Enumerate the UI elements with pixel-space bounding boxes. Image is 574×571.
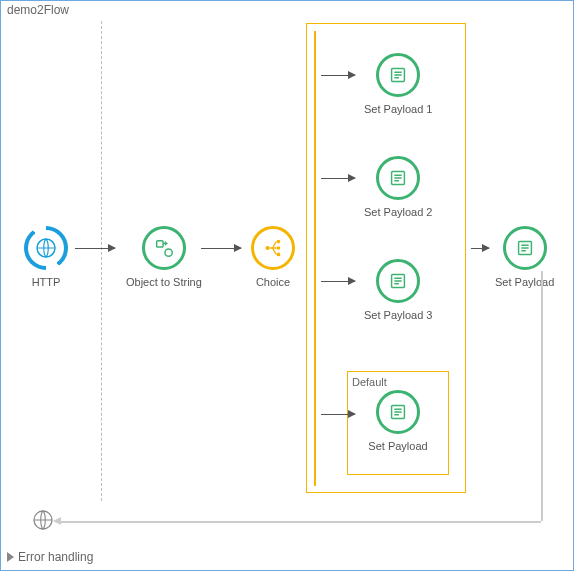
node-label: Set Payload bbox=[368, 440, 427, 452]
arrow bbox=[471, 248, 489, 249]
globe-icon bbox=[34, 236, 58, 260]
payload-icon-ring bbox=[376, 156, 420, 200]
arrow bbox=[321, 414, 355, 415]
payload-icon bbox=[387, 64, 409, 86]
return-connector bbox=[59, 521, 541, 523]
return-endpoint-icon bbox=[31, 508, 55, 534]
error-handling-label: Error handling bbox=[18, 550, 93, 564]
node-label: Object to String bbox=[126, 276, 202, 288]
arrow bbox=[321, 178, 355, 179]
svg-rect-1 bbox=[157, 241, 163, 247]
node-set-payload-3[interactable]: Set Payload 3 bbox=[364, 259, 433, 321]
arrow bbox=[321, 281, 355, 282]
arrow bbox=[75, 248, 115, 249]
payload-icon-ring bbox=[503, 226, 547, 270]
svg-point-2 bbox=[165, 249, 172, 256]
globe-icon bbox=[31, 508, 55, 532]
svg-point-6 bbox=[277, 253, 281, 257]
node-label: Set Payload 3 bbox=[364, 309, 433, 321]
node-label: Choice bbox=[256, 276, 290, 288]
node-choice[interactable]: Choice bbox=[251, 226, 295, 288]
node-http[interactable]: HTTP bbox=[24, 226, 68, 288]
node-label: HTTP bbox=[32, 276, 61, 288]
payload-icon bbox=[387, 167, 409, 189]
node-set-payload-1[interactable]: Set Payload 1 bbox=[364, 53, 433, 115]
transform-icon bbox=[153, 237, 175, 259]
node-label: Set Payload 1 bbox=[364, 103, 433, 115]
http-icon-ring bbox=[24, 226, 68, 270]
transform-icon-ring bbox=[142, 226, 186, 270]
payload-icon-ring[interactable] bbox=[376, 390, 420, 434]
flow-title: demo2Flow bbox=[7, 3, 69, 17]
payload-icon bbox=[387, 401, 409, 423]
expand-icon bbox=[7, 552, 14, 562]
node-label: Set Payload bbox=[495, 276, 554, 288]
arrow bbox=[321, 75, 355, 76]
node-set-payload-2[interactable]: Set Payload 2 bbox=[364, 156, 433, 218]
flow-canvas: demo2Flow HTTP Object to String bbox=[0, 0, 574, 571]
node-set-payload-final[interactable]: Set Payload bbox=[495, 226, 554, 288]
payload-icon-ring bbox=[376, 53, 420, 97]
default-label: Default bbox=[352, 376, 444, 388]
choice-icon-ring bbox=[251, 226, 295, 270]
branch-icon bbox=[262, 237, 284, 259]
payload-icon bbox=[514, 237, 536, 259]
svg-point-3 bbox=[265, 246, 269, 250]
node-label: Set Payload 2 bbox=[364, 206, 433, 218]
choice-default-scope: Default Set Payload bbox=[347, 371, 449, 475]
svg-point-4 bbox=[277, 240, 281, 244]
error-handling-toggle[interactable]: Error handling bbox=[7, 550, 93, 564]
arrow bbox=[201, 248, 241, 249]
choice-divider bbox=[314, 31, 316, 486]
payload-icon-ring bbox=[376, 259, 420, 303]
scope-divider bbox=[101, 21, 102, 501]
node-object-to-string[interactable]: Object to String bbox=[126, 226, 202, 288]
svg-point-5 bbox=[277, 246, 281, 250]
return-connector bbox=[541, 271, 543, 521]
payload-icon bbox=[387, 270, 409, 292]
